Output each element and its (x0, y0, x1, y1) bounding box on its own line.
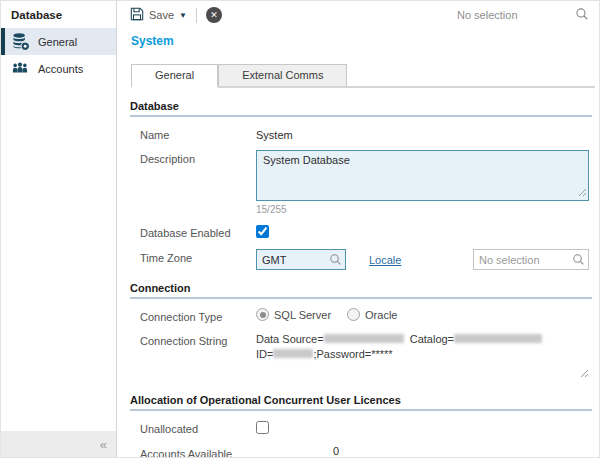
save-icon (130, 7, 144, 23)
connection-string-line2: ID=;Password=***** (256, 347, 589, 362)
collapse-sidebar-icon[interactable]: « (100, 437, 107, 452)
main-panel: Save ▼ ✕ No selection System General Ext… (118, 1, 599, 457)
section-database: Database Name System Description System … (130, 100, 592, 270)
sidebar-item-accounts[interactable]: Accounts (1, 55, 116, 82)
redacted-text (324, 334, 404, 343)
connection-string-line1: Data Source= Catalog= (256, 332, 589, 347)
name-value: System (256, 126, 589, 141)
field-row-connection-type: Connection Type SQL Server Oracle (130, 308, 592, 323)
sidebar-footer: « (1, 431, 116, 457)
sidebar-item-general[interactable]: General (1, 28, 116, 55)
name-label: Name (130, 126, 256, 141)
radio-selected-icon (256, 308, 269, 321)
timezone-label: Time Zone (130, 249, 256, 264)
resize-handle-icon[interactable] (580, 367, 589, 382)
sidebar-item-label: General (38, 36, 77, 48)
tab-general[interactable]: General (131, 64, 218, 88)
section-heading: Database (130, 100, 592, 117)
search-icon[interactable] (575, 7, 589, 23)
toolbar-no-selection-text: No selection (457, 9, 518, 21)
accounts-available-value: 0 (256, 445, 343, 457)
section-heading: Connection (130, 282, 592, 299)
unallocated-checkbox[interactable] (256, 421, 269, 434)
description-label: Description (130, 150, 256, 165)
section-connection: Connection Connection Type SQL Server Or… (130, 282, 592, 382)
save-dropdown-arrow-icon[interactable]: ▼ (179, 11, 187, 20)
database-enabled-checkbox[interactable] (256, 225, 269, 238)
search-icon[interactable] (329, 253, 342, 268)
sidebar-item-label: Accounts (38, 63, 83, 75)
database-enabled-label: Database Enabled (130, 224, 256, 239)
field-row-description: Description System Database 15/255 (130, 150, 592, 215)
connection-string-value: Data Source= Catalog= ID=;Password=***** (256, 332, 589, 382)
field-row-timezone: Time Zone Locale (130, 249, 592, 270)
radio-label: Oracle (365, 309, 397, 321)
close-button[interactable]: ✕ (206, 7, 222, 23)
description-textarea[interactable]: System Database (256, 150, 589, 201)
radio-option-sql-server: SQL Server (256, 308, 331, 321)
save-button[interactable]: Save (130, 7, 174, 23)
sidebar: Database General (1, 1, 117, 457)
tab-external-comms[interactable]: External Comms (218, 64, 347, 86)
toolbar-separator (196, 8, 197, 23)
radio-option-oracle: Oracle (347, 308, 397, 321)
form-content: Database Name System Description System … (118, 100, 599, 458)
toolbar: Save ▼ ✕ No selection (118, 1, 599, 27)
connection-string-label: Connection String (130, 332, 256, 347)
tabs: General External Comms (131, 64, 595, 88)
section-heading: Allocation of Operational Concurrent Use… (130, 394, 592, 411)
accounts-available-label: Accounts Available (130, 445, 256, 458)
radio-label: SQL Server (274, 309, 331, 321)
toolbar-selection-field[interactable]: No selection (457, 7, 589, 23)
field-row-accounts-available: Accounts Available 0 (130, 445, 592, 458)
save-label: Save (149, 9, 174, 21)
description-value-area: System Database 15/255 (256, 150, 589, 215)
tab-label: External Comms (242, 69, 323, 81)
search-icon[interactable] (572, 253, 585, 268)
database-gear-icon (9, 32, 31, 52)
people-icon (9, 59, 31, 79)
close-icon: ✕ (210, 11, 218, 20)
radio-unselected-icon (347, 308, 360, 321)
field-row-unallocated: Unallocated (130, 420, 592, 436)
redacted-text (454, 334, 542, 343)
field-row-database-enabled: Database Enabled (130, 224, 592, 240)
connection-type-label: Connection Type (130, 308, 256, 323)
field-row-name: Name System (130, 126, 592, 141)
app-window: Database General (0, 0, 600, 458)
redacted-text (273, 349, 313, 358)
locale-link[interactable]: Locale (369, 254, 401, 266)
field-row-connection-string: Connection String Data Source= Catalog= … (130, 332, 592, 382)
page-title: System (131, 34, 599, 48)
unallocated-label: Unallocated (130, 420, 256, 435)
sidebar-header: Database (1, 1, 116, 28)
char-counter: 15/255 (256, 204, 589, 215)
section-allocation: Allocation of Operational Concurrent Use… (130, 394, 592, 458)
tab-label: General (155, 69, 194, 81)
